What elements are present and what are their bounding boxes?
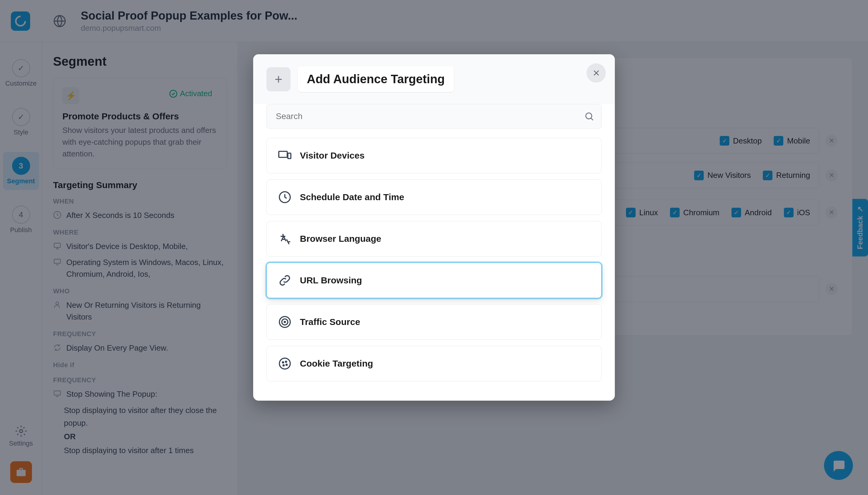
target-icon <box>278 315 292 329</box>
modal-title: Add Audience Targeting <box>298 66 454 92</box>
modal-item-label: Visitor Devices <box>300 150 365 161</box>
svg-rect-13 <box>279 151 287 157</box>
modal-item-url-browsing[interactable]: URL Browsing <box>266 262 602 298</box>
modal-item-label: Traffic Source <box>300 317 360 327</box>
svg-point-12 <box>586 113 592 119</box>
modal-close-button[interactable]: ✕ <box>587 63 606 83</box>
svg-point-18 <box>284 321 285 323</box>
modal-item-cookie-targeting[interactable]: Cookie Targeting <box>266 346 602 381</box>
modal-item-label: Browser Language <box>300 234 381 244</box>
modal-item-label: Schedule Date and Time <box>300 192 404 202</box>
svg-point-22 <box>283 365 284 366</box>
modal-item-label: Cookie Targeting <box>300 358 373 369</box>
modal-list: Visitor Devices Schedule Date and Time B… <box>253 138 615 400</box>
link-icon <box>278 273 292 288</box>
modal-item-schedule[interactable]: Schedule Date and Time <box>266 180 602 215</box>
modal-item-traffic-source[interactable]: Traffic Source <box>266 304 602 340</box>
modal-item-visitor-devices[interactable]: Visitor Devices <box>266 138 602 173</box>
translate-icon <box>278 232 292 246</box>
cookie-icon <box>278 356 292 371</box>
modal-search <box>266 104 602 129</box>
search-input[interactable] <box>266 104 602 129</box>
svg-rect-14 <box>288 153 291 158</box>
clock-icon <box>278 190 292 204</box>
devices-icon <box>278 148 292 163</box>
modal-item-label: URL Browsing <box>300 275 362 286</box>
svg-point-21 <box>285 361 287 362</box>
svg-point-23 <box>286 364 287 365</box>
svg-point-20 <box>282 362 283 363</box>
modal-overlay[interactable]: + Add Audience Targeting ✕ Visitor Devic… <box>0 0 868 495</box>
add-audience-modal: + Add Audience Targeting ✕ Visitor Devic… <box>253 54 615 400</box>
search-icon <box>584 111 594 121</box>
search-wrap <box>266 104 602 129</box>
plus-icon: + <box>266 67 291 91</box>
svg-point-19 <box>279 358 290 369</box>
modal-header: + Add Audience Targeting ✕ <box>253 54 615 104</box>
modal-item-browser-language[interactable]: Browser Language <box>266 221 602 257</box>
